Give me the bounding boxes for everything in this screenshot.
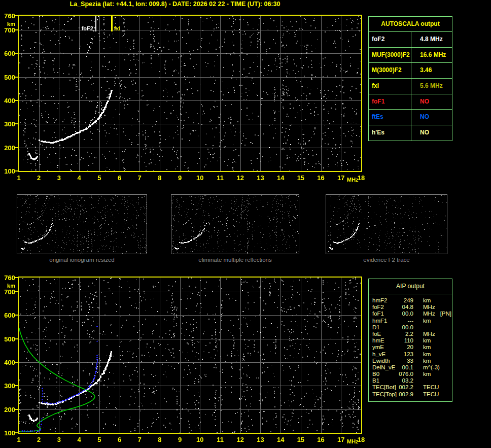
aip-param-value: 00.1 <box>397 364 413 371</box>
aip-row: TEC[Top]002.9TECU <box>372 391 452 398</box>
x-tick-label: 15 <box>295 436 307 443</box>
x-tick-label: 7 <box>133 436 146 443</box>
x-tick-label: 7 <box>133 174 146 182</box>
y-tick-label: 400 <box>1 359 15 366</box>
aip-param-label: hmF1 <box>372 318 397 324</box>
panel-eliminate-reflections <box>171 194 299 254</box>
aip-param-label: hmE <box>372 337 397 344</box>
param-label: ftEs <box>369 110 411 125</box>
y-tick-label: 500 <box>1 335 15 343</box>
x-tick-label: 1 <box>13 436 25 443</box>
x-tick-label: 2 <box>33 436 45 443</box>
aip-param-unit: km <box>423 371 431 377</box>
x-tick-label: 4 <box>73 436 85 443</box>
aip-table-body: hmF2249kmfoF204.8MHzfoF100.0MHz[PN]hmF1-… <box>369 294 452 398</box>
aip-row: Ewidth33km <box>372 358 452 364</box>
page-title: La_Spezia (lat: +44.1, lon: 009.8) - DAT… <box>0 1 350 8</box>
aip-row: hmF2249km <box>372 297 452 304</box>
x-tick-label: 5 <box>93 436 106 443</box>
param-label: foF1 <box>369 94 411 110</box>
param-value: 5.6 MHz <box>411 79 452 94</box>
x-tick-label: 10 <box>194 174 206 182</box>
y-axis-unit: km <box>1 21 15 27</box>
x-tick-label: 17 <box>335 436 347 443</box>
x-tick-label: 16 <box>315 436 327 443</box>
y-tick-label: 700 <box>1 288 15 296</box>
x-tick-label: 1 <box>13 174 25 182</box>
top-ionogram-plot <box>19 16 361 171</box>
param-label: h'Es <box>369 125 411 141</box>
x-tick-label: 9 <box>174 174 186 182</box>
panel-caption: eliminate multiple reflections <box>171 257 299 263</box>
aip-param-unit: km <box>423 351 431 358</box>
panel-caption: original ionogram resized <box>17 257 147 263</box>
table-row: fxI 5.6 MHz <box>369 79 452 94</box>
aip-param-label: foF1 <box>372 311 397 317</box>
aip-param-value: 04.8 <box>397 304 413 311</box>
param-value: 4.8 MHz <box>411 32 452 47</box>
x-tick-label: 12 <box>234 436 247 443</box>
x-tick-label: 9 <box>174 436 186 443</box>
aip-param-flag: [PN] <box>440 311 451 317</box>
x-tick-label: 5 <box>93 174 106 182</box>
y-tick-label: 400 <box>1 97 15 105</box>
aip-param-label: TEC[Top] <box>372 391 397 398</box>
y-tick-label: 300 <box>1 382 15 390</box>
param-label: foF2 <box>369 32 411 47</box>
aip-param-value: 002.2 <box>397 384 413 391</box>
param-label: M(3000)F2 <box>369 63 411 78</box>
y-tick-label: 500 <box>1 74 15 81</box>
param-label: MUF(3000)F2 <box>369 48 411 63</box>
aip-param-unit: km <box>423 318 431 324</box>
table-row: M(3000)F2 3.46 <box>369 63 452 79</box>
aip-param-unit: MHz <box>423 331 435 337</box>
aip-output-table: AIP output hmF2249kmfoF204.8MHzfoF100.0M… <box>368 279 452 402</box>
aip-param-label: Ewidth <box>372 358 397 364</box>
x-axis-unit: MHz <box>347 438 359 444</box>
aip-row: TEC[Bot]002.2TECU <box>372 384 452 391</box>
aip-param-value: 00.0 <box>397 324 413 331</box>
x-tick-label: 14 <box>274 436 287 443</box>
aip-param-unit: TECU <box>423 391 439 398</box>
x-tick-label: 14 <box>274 174 287 182</box>
aip-param-value: 20 <box>397 344 413 351</box>
aip-param-label: hmF2 <box>372 297 397 304</box>
aip-param-label: DelN_vE <box>372 364 397 371</box>
x-tick-label: 4 <box>73 174 85 182</box>
aip-param-unit: MHz <box>423 304 435 311</box>
aip-row: h_vE123km <box>372 351 452 358</box>
aip-param-label: foF2 <box>372 304 397 311</box>
aip-row: foE2.2MHz <box>372 331 452 337</box>
param-value: NO <box>411 125 452 141</box>
aip-param-label: B1 <box>372 377 397 384</box>
y-tick-label: 600 <box>1 50 15 57</box>
table-row: h'Es NO <box>369 125 452 141</box>
y-tick-label: 700 <box>1 26 15 34</box>
x-tick-label: 3 <box>53 436 65 443</box>
y-tick-label: 760 <box>1 274 15 282</box>
aip-param-value: 249 <box>397 297 413 304</box>
param-label: fxI <box>369 79 411 94</box>
aip-param-label: ymE <box>372 344 397 351</box>
x-tick-label: 6 <box>114 436 126 443</box>
x-tick-label: 13 <box>254 436 266 443</box>
x-tick-label: 8 <box>154 436 166 443</box>
aip-param-label: TEC[Bot] <box>372 384 397 391</box>
x-tick-label: 13 <box>254 174 266 182</box>
aip-param-value: 123 <box>397 351 413 358</box>
x-tick-label: 10 <box>194 436 206 443</box>
x-tick-label: 8 <box>154 174 166 182</box>
aip-param-value: --- <box>397 318 413 324</box>
aip-row: B103.2 <box>372 377 452 384</box>
aip-param-label: h_vE <box>372 351 397 358</box>
x-tick-label: 17 <box>335 174 347 182</box>
autoscala-output-table: AUTOSCALA output foF2 4.8 MHz MUF(3000)F… <box>368 16 452 141</box>
fof2-marker-label: foF2 <box>73 25 93 31</box>
param-value: 16.6 MHz <box>411 48 452 63</box>
x-tick-label: 18 <box>355 174 367 182</box>
aip-param-value: 110 <box>397 337 413 344</box>
param-value: NO <box>411 94 452 110</box>
x-tick-label: 15 <box>295 174 307 182</box>
y-tick-label: 100 <box>1 429 15 437</box>
aip-row: hmF1---km <box>372 318 452 324</box>
